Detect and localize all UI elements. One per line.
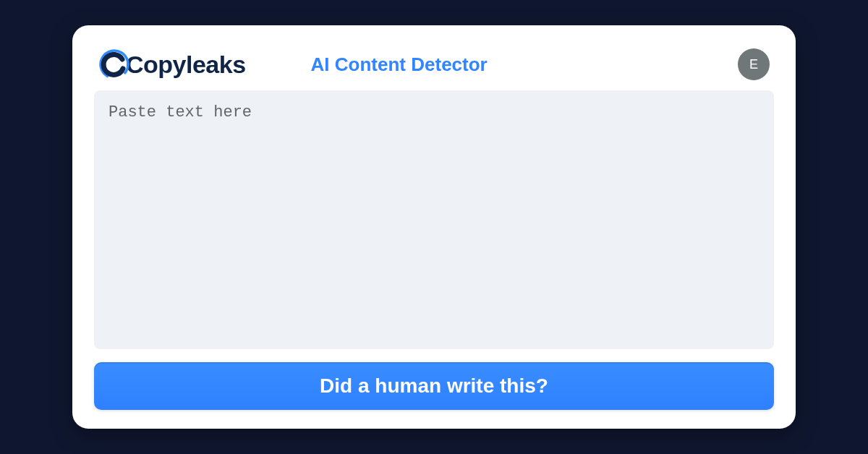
brand-logo[interactable]: Copyleaks [98, 48, 246, 80]
app-title: AI Content Detector [311, 53, 488, 76]
avatar[interactable]: E [738, 48, 770, 80]
text-input[interactable] [94, 90, 774, 349]
brand-name: Copyleaks [126, 51, 246, 79]
header: Copyleaks AI Content Detector E [94, 48, 774, 90]
submit-button[interactable]: Did a human write this? [94, 362, 774, 410]
app-card: Copyleaks AI Content Detector E Did a hu… [72, 25, 796, 429]
avatar-initial: E [749, 57, 758, 72]
copyleaks-mark-icon [98, 48, 130, 80]
